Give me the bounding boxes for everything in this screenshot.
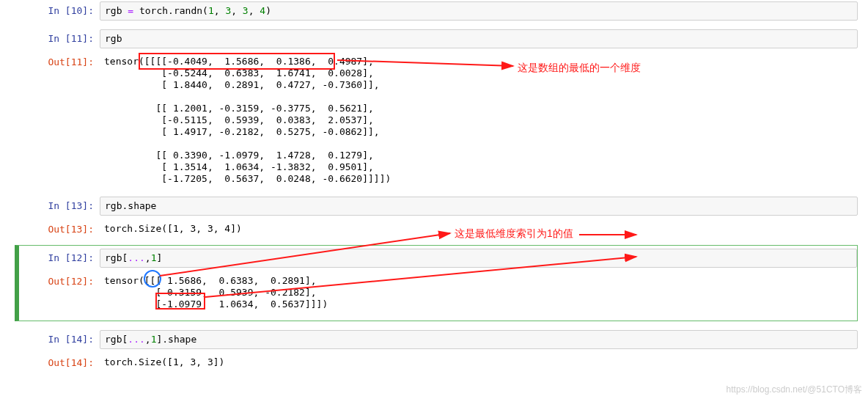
selected-cell-12: In [12]: rgb[...,1] Out[12]: tensor([[[ … xyxy=(15,245,858,321)
annotation-top: 这是数组的最低的一个维度 xyxy=(518,62,641,75)
cell-in-13: In [13]: rgb.shape xyxy=(19,197,858,216)
watermark: https://blog.csdn.net/@51CTO博客 xyxy=(727,384,862,396)
code-input-12[interactable]: rgb[...,1] xyxy=(100,249,857,268)
cell-in-10: In [10]: rgb = torch.randn(1, 3, 3, 4) xyxy=(19,1,858,21)
code-output-12: tensor([[[ 1.5686, 0.6383, 0.2891], [-0.… xyxy=(100,272,857,313)
prompt-in-10: In [10]: xyxy=(19,1,100,16)
cell-in-12: In [12]: rgb[...,1] xyxy=(19,249,857,268)
cell-out-13: Out[13]: torch.Size([1, 3, 3, 4]) xyxy=(19,220,858,238)
cell-in-11: In [11]: rgb xyxy=(19,29,858,48)
annotation-mid: 这是最低维度索引为1的值 xyxy=(455,227,573,241)
prompt-out-14: Out[14]: xyxy=(19,354,100,368)
code-input-13[interactable]: rgb.shape xyxy=(100,197,858,216)
highlight-first-row xyxy=(139,53,335,70)
highlight-value-1-5686 xyxy=(155,293,205,310)
code-input-10[interactable]: rgb = torch.randn(1, 3, 3, 4) xyxy=(100,1,858,21)
code-input-11[interactable]: rgb xyxy=(100,29,858,48)
prompt-in-12: In [12]: xyxy=(19,249,100,263)
cell-out-11: Out[11]: tensor([[[[-0.4049, 1.5686, 0.1… xyxy=(19,53,858,188)
prompt-in-11: In [11]: xyxy=(19,29,100,44)
code-output-11: tensor([[[[-0.4049, 1.5686, 0.1386, 0.49… xyxy=(100,53,858,188)
prompt-out-13: Out[13]: xyxy=(19,220,100,235)
prompt-out-11: Out[11]: xyxy=(19,53,100,67)
code-output-14: torch.Size([1, 3, 3]) xyxy=(100,354,858,371)
prompt-in-14: In [14]: xyxy=(19,330,100,345)
prompt-out-12: Out[12]: xyxy=(19,272,100,287)
cell-in-14: In [14]: rgb[...,1].shape xyxy=(19,330,858,349)
prompt-in-13: In [13]: xyxy=(19,197,100,211)
cell-out-14: Out[14]: torch.Size([1, 3, 3]) xyxy=(19,354,858,371)
highlight-index-1 xyxy=(144,270,161,288)
code-input-14[interactable]: rgb[...,1].shape xyxy=(100,330,858,349)
